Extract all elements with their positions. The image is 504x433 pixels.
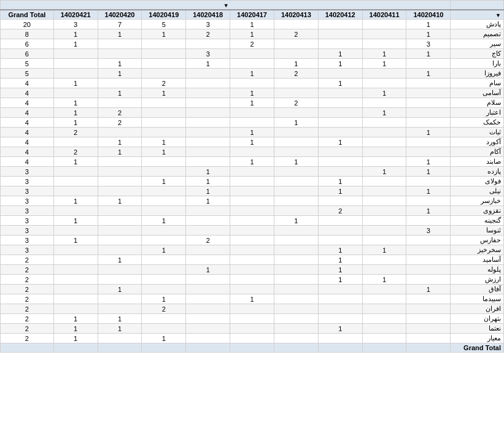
cell-value: 4 xyxy=(1,79,54,88)
cell-value xyxy=(318,98,362,108)
cell-value: 8 xyxy=(1,29,54,39)
cell-value xyxy=(274,324,318,334)
cell-value xyxy=(186,245,230,255)
cell-value xyxy=(53,285,98,294)
cell-value xyxy=(230,177,274,186)
cell-value: 3 xyxy=(186,49,230,59)
cell-value xyxy=(142,108,186,118)
row-label: ثبات xyxy=(451,128,504,137)
cell-value xyxy=(362,196,406,206)
cell-value: 1 xyxy=(186,167,230,177)
cell-value: 1 xyxy=(186,196,230,206)
cell-value: 3 xyxy=(1,177,54,186)
cell-value: 1 xyxy=(98,59,142,69)
column-labels-header: ▼ xyxy=(1,1,451,10)
cell-value xyxy=(98,236,142,245)
cell-value xyxy=(362,128,406,137)
cell-value xyxy=(274,304,318,314)
cell-value: 1 xyxy=(274,118,318,128)
table-row: ثبات1124 xyxy=(1,128,504,137)
cell-value: 1 xyxy=(53,98,98,108)
cell-value xyxy=(318,334,362,343)
cell-value: 1 xyxy=(53,79,98,88)
table-row: معیار112 xyxy=(1,334,504,343)
cell-value xyxy=(362,98,406,108)
cell-value xyxy=(362,39,406,49)
cell-value xyxy=(53,206,98,216)
cell-value xyxy=(53,245,98,255)
cell-value: 1 xyxy=(98,69,142,79)
cell-value: 1 xyxy=(98,314,142,324)
cell-value: 1 xyxy=(406,128,451,137)
cell-value: 1 xyxy=(186,186,230,196)
cell-value: 1 xyxy=(53,216,98,226)
cell-value: 1 xyxy=(318,137,362,147)
cell-value xyxy=(362,314,406,324)
row-label: نیلی xyxy=(451,186,504,196)
row-filter-icon[interactable]: ▼ xyxy=(495,12,501,18)
cell-value xyxy=(406,324,451,334)
header-row-title: ▼ xyxy=(1,1,504,10)
table-row: خبازسر1113 xyxy=(1,196,504,206)
cell-value: 4 xyxy=(1,98,54,108)
cell-value xyxy=(318,216,362,226)
filter-icon[interactable]: ▼ xyxy=(223,2,229,9)
cell-value xyxy=(142,118,186,128)
cell-value xyxy=(53,304,98,314)
cell-value: 5 xyxy=(1,69,54,79)
cell-value xyxy=(274,128,318,137)
table-row: پازده1113 xyxy=(1,167,504,177)
table-row: فیروزا12115 xyxy=(1,69,504,79)
row-label: معیار xyxy=(451,334,504,343)
cell-value: 1 xyxy=(318,79,362,88)
cell-value xyxy=(230,265,274,275)
col-header-14020411: 14020411 xyxy=(362,10,406,20)
cell-value: 1 xyxy=(53,108,98,118)
cell-value xyxy=(274,177,318,186)
row-label: ثنوسا xyxy=(451,226,504,236)
cell-value xyxy=(230,236,274,245)
cell-value xyxy=(98,128,142,137)
cell-value xyxy=(230,226,274,236)
table-row: صابند11114 xyxy=(1,157,504,167)
row-label: آسامید xyxy=(451,255,504,265)
cell-value xyxy=(230,285,274,294)
cell-value xyxy=(98,79,142,88)
cell-value xyxy=(274,147,318,157)
cell-value xyxy=(274,265,318,275)
cell-value: 2 xyxy=(1,314,54,324)
row-label: سلام xyxy=(451,98,504,108)
table-title xyxy=(451,1,504,10)
cell-value: 1 xyxy=(406,157,451,167)
col-header-14020421: 14020421 xyxy=(53,10,98,20)
cell-value xyxy=(318,343,362,353)
cell-value xyxy=(318,285,362,294)
cell-value: 1 xyxy=(406,206,451,216)
cell-value xyxy=(98,216,142,226)
cell-value xyxy=(186,216,230,226)
table-row: فولای1113 xyxy=(1,177,504,186)
cell-value xyxy=(362,20,406,29)
cell-value: 1 xyxy=(53,157,98,167)
cell-value: 20 xyxy=(1,20,54,29)
cell-value xyxy=(318,69,362,79)
cell-value: 1 xyxy=(406,285,451,294)
cell-value xyxy=(230,324,274,334)
cell-value xyxy=(406,79,451,88)
table-row: نقزوی123 xyxy=(1,206,504,216)
cell-value xyxy=(406,255,451,265)
cell-value xyxy=(142,186,186,196)
cell-value: 4 xyxy=(1,147,54,157)
cell-value xyxy=(274,255,318,265)
row-label: سخرخیز xyxy=(451,245,504,255)
cell-value xyxy=(406,314,451,324)
cell-value: 1 xyxy=(318,49,362,59)
cell-value xyxy=(274,236,318,245)
cell-value: 1 xyxy=(318,177,362,186)
cell-value: 2 xyxy=(1,275,54,285)
cell-value xyxy=(274,20,318,29)
table-row: بارا111115 xyxy=(1,59,504,69)
cell-value xyxy=(362,304,406,314)
table-row: اعتبار1214 xyxy=(1,108,504,118)
row-label: تصمیم xyxy=(451,29,504,39)
